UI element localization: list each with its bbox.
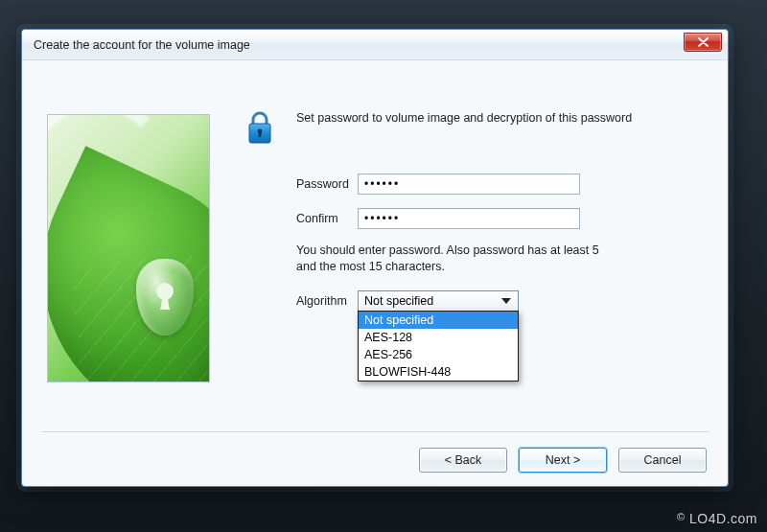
watermark: © LO4D.com: [677, 511, 757, 526]
cancel-button[interactable]: Cancel: [618, 448, 707, 473]
password-label: Password: [241, 177, 358, 191]
confirm-label: Confirm: [241, 212, 358, 225]
algorithm-combobox[interactable]: Not specified: [358, 290, 519, 312]
form-pane: Set password to volume image and decrypt…: [241, 110, 707, 312]
svg-rect-2: [259, 131, 262, 137]
algorithm-option[interactable]: AES-128: [359, 329, 518, 346]
dialog-content: Set password to volume image and decrypt…: [22, 60, 728, 486]
algorithm-option[interactable]: Not specified: [359, 312, 518, 329]
next-button[interactable]: Next >: [519, 448, 607, 473]
titlebar[interactable]: Create the account for the volume image: [22, 30, 728, 60]
password-input[interactable]: [358, 173, 580, 195]
confirm-input[interactable]: [358, 208, 580, 229]
password-hint: You should enter password. Also password…: [296, 243, 622, 275]
wizard-dialog: Create the account for the volume image: [21, 29, 729, 487]
algorithm-label: Algorithm: [241, 294, 358, 308]
wizard-sidebar-image: [47, 114, 210, 382]
algorithm-dropdown: Not specified AES-128 AES-256 BLOWFISH-4…: [358, 311, 519, 382]
window-title: Create the account for the volume image: [34, 38, 250, 52]
back-button[interactable]: < Back: [419, 448, 507, 473]
keyhole-icon: [156, 283, 174, 300]
intro-text: Set password to volume image and decrypt…: [296, 110, 632, 127]
close-icon: [698, 37, 709, 47]
chevron-down-icon: [499, 293, 514, 309]
separator: [41, 431, 709, 432]
algorithm-selected-value: Not specified: [364, 294, 433, 308]
close-button[interactable]: [684, 33, 722, 52]
algorithm-option[interactable]: BLOWFISH-448: [359, 363, 518, 381]
lock-icon: [241, 110, 279, 147]
wizard-button-row: < Back Next > Cancel: [419, 448, 707, 473]
algorithm-option[interactable]: AES-256: [359, 346, 518, 363]
